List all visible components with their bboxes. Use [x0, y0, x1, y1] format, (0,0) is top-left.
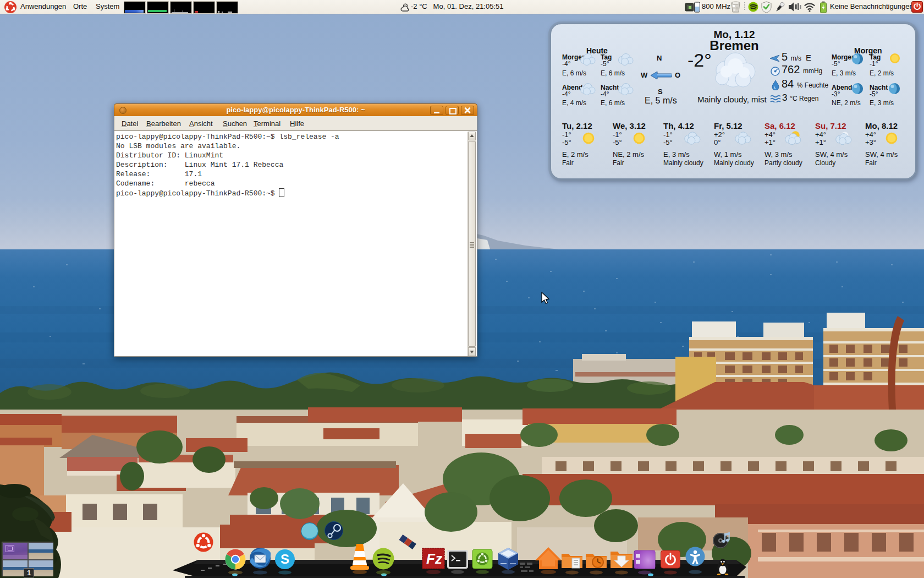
svg-text:Fz: Fz	[426, 550, 442, 567]
svg-text:S: S	[280, 552, 289, 566]
